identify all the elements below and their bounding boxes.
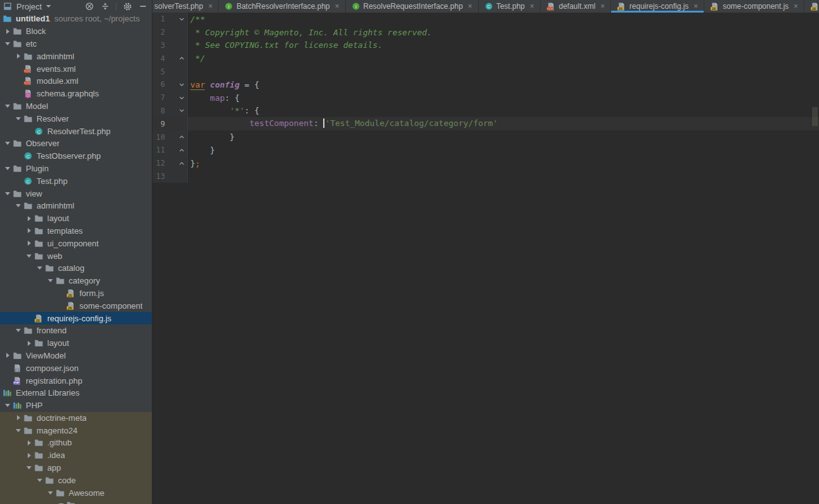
tree-item-view[interactable]: view <box>0 187 152 200</box>
chevron-collapsed-icon[interactable] <box>25 228 33 233</box>
chevron-collapsed-icon[interactable] <box>14 54 22 59</box>
chevron-expanded-icon[interactable] <box>47 279 54 282</box>
fold-open-icon[interactable] <box>165 13 188 26</box>
chevron-expanded-icon[interactable] <box>4 142 11 145</box>
tree-item-frontend[interactable]: frontend <box>0 324 152 337</box>
close-icon[interactable]: × <box>694 3 698 10</box>
editor-tab-requirejs-config-js[interactable]: JSrequirejs-config.js× <box>611 0 704 13</box>
close-icon[interactable]: × <box>335 3 339 10</box>
editor-tab-some-component-js[interactable]: JSsome-component.js× <box>704 0 805 13</box>
scrollbar-thumb[interactable] <box>812 107 818 126</box>
code-line-10[interactable]: 10 } <box>152 130 819 144</box>
fold-open-icon[interactable] <box>165 91 188 105</box>
chevron-collapsed-icon[interactable] <box>4 29 11 34</box>
tree-item-code[interactable]: code <box>0 474 152 486</box>
tree-item-plugin[interactable]: Plugin <box>0 163 152 175</box>
code-line-12[interactable]: 12}; <box>152 157 819 170</box>
close-icon[interactable]: × <box>600 3 605 10</box>
tree-item-test-php[interactable]: CTest.php <box>0 175 152 187</box>
close-icon[interactable]: × <box>208 3 212 10</box>
editor-tab-test-php[interactable]: CTest.php× <box>479 0 541 13</box>
chevron-expanded-icon[interactable] <box>14 329 22 332</box>
tree-item-testobserver-php[interactable]: CTestObserver.php <box>0 150 152 163</box>
tree-item-etc[interactable]: etc <box>0 38 152 50</box>
tree-item-php[interactable]: PHP <box>0 399 152 412</box>
tree-item-events-xml[interactable]: </>events.xml <box>0 62 152 75</box>
code-line-4[interactable]: 4 */ <box>152 52 819 65</box>
tree-item-category[interactable]: category <box>0 275 152 287</box>
chevron-expanded-icon[interactable] <box>25 466 33 469</box>
tree-item-github[interactable]: .github <box>0 437 152 449</box>
code-line-5[interactable]: 5 <box>152 65 819 78</box>
tree-item-layout[interactable]: layout <box>0 337 152 350</box>
code-line-2[interactable]: 2 * Copyright © Magento, Inc. All rights… <box>152 26 819 39</box>
chevron-collapsed-icon[interactable] <box>25 241 33 246</box>
chevron-expanded-icon[interactable] <box>4 42 11 45</box>
tree-item-idea[interactable]: .idea <box>0 449 152 462</box>
editor-tab-solvertest-php[interactable]: solverTest.php× <box>152 0 219 13</box>
locate-icon[interactable] <box>84 1 94 11</box>
editor-tab-resolverequestinterface-php[interactable]: IResolveRequestInterface.php× <box>346 0 479 13</box>
chevron-expanded-icon[interactable] <box>14 117 22 120</box>
tree-item-catalog[interactable]: catalog <box>0 262 152 275</box>
tree-item-adminhtml[interactable]: adminhtml <box>0 200 152 212</box>
chevron-collapsed-icon[interactable] <box>14 415 22 420</box>
tree-item-untitled1[interactable]: untitled1sources root, ~/projects <box>0 13 152 25</box>
editor-tab-batchresolverinterface-php[interactable]: IBatchResolverInterface.php× <box>219 0 345 13</box>
tree-item-requirejs-config-js[interactable]: JSrequirejs-config.js <box>0 312 152 324</box>
chevron-collapsed-icon[interactable] <box>25 440 33 445</box>
fold-close-icon[interactable] <box>165 130 188 144</box>
chevron-collapsed-icon[interactable] <box>25 341 33 346</box>
tree-item-web[interactable]: web <box>0 249 152 262</box>
tree-item-module-xml[interactable]: </>module.xml <box>0 75 152 88</box>
editor[interactable]: 1/**2 * Copyright © Magento, Inc. All ri… <box>152 13 819 504</box>
code-line-9[interactable]: 9 testComponent: 'Test_Module/catalog/ca… <box>152 117 819 130</box>
tree-item-registration-php[interactable]: PHPregistration.php <box>0 374 152 387</box>
chevron-expanded-icon[interactable] <box>36 266 43 270</box>
tree-item-schema-graphqls[interactable]: schema.graphqls <box>0 88 152 100</box>
fold-close-icon[interactable] <box>165 52 188 65</box>
chevron-expanded-icon[interactable] <box>4 167 11 170</box>
tree-item-layout[interactable]: layout <box>0 212 152 225</box>
chevron-collapsed-icon[interactable] <box>25 216 33 221</box>
tree-item-doctrine-meta[interactable]: doctrine-meta <box>0 412 152 425</box>
tree-item-form-js[interactable]: JSform.js <box>0 287 152 300</box>
collapse-all-icon[interactable] <box>100 1 110 11</box>
tree-item-magento24[interactable]: magento24 <box>0 424 152 437</box>
hide-icon[interactable] <box>138 1 148 11</box>
fold-close-icon[interactable] <box>165 157 188 170</box>
code-line-3[interactable]: 3 * See COPYING.txt for license details. <box>152 39 819 52</box>
close-icon[interactable]: × <box>468 3 472 10</box>
tree-item-resolver[interactable]: Resolver <box>0 112 152 125</box>
tree-item-model[interactable]: Model <box>0 100 152 113</box>
tree-item-some-component[interactable]: JSsome-component <box>0 299 152 312</box>
tree-item-composer-json[interactable]: {}composer.json <box>0 362 152 374</box>
close-icon[interactable]: × <box>794 3 798 10</box>
tree-item-viewmodel[interactable]: ViewModel <box>0 350 152 362</box>
settings-gear-icon[interactable] <box>122 1 132 11</box>
code-line-13[interactable]: 13 <box>152 170 819 183</box>
chevron-collapsed-icon[interactable] <box>25 453 33 458</box>
project-panel-title[interactable]: Project <box>16 2 42 11</box>
tree-item-templates[interactable]: templates <box>0 225 152 238</box>
tree-item-ui-component[interactable]: ui_component <box>0 237 152 249</box>
code-line-1[interactable]: 1/** <box>152 13 819 26</box>
fold-close-icon[interactable] <box>165 144 188 157</box>
chevron-down-icon[interactable] <box>46 5 51 8</box>
code-line-6[interactable]: 6var config = { <box>152 78 819 91</box>
chevron-expanded-icon[interactable] <box>14 429 22 432</box>
chevron-expanded-icon[interactable] <box>14 204 22 207</box>
fold-open-icon[interactable] <box>165 78 188 91</box>
code-line-11[interactable]: 11 } <box>152 144 819 157</box>
chevron-expanded-icon[interactable] <box>47 491 54 495</box>
close-icon[interactable]: × <box>530 3 534 10</box>
code-line-7[interactable]: 7 map: { <box>152 91 819 105</box>
chevron-expanded-icon[interactable] <box>4 105 11 108</box>
tree-item-item[interactable] <box>0 499 152 504</box>
editor-tab-default-xml[interactable]: </>default.xml× <box>541 0 611 13</box>
tree-item-external-libraries[interactable]: External Libraries <box>0 387 152 399</box>
chevron-expanded-icon[interactable] <box>4 192 11 195</box>
chevron-expanded-icon[interactable] <box>36 479 43 482</box>
editor-tab-fo[interactable]: JSfo <box>805 0 819 13</box>
tree-item-observer[interactable]: Observer <box>0 137 152 150</box>
